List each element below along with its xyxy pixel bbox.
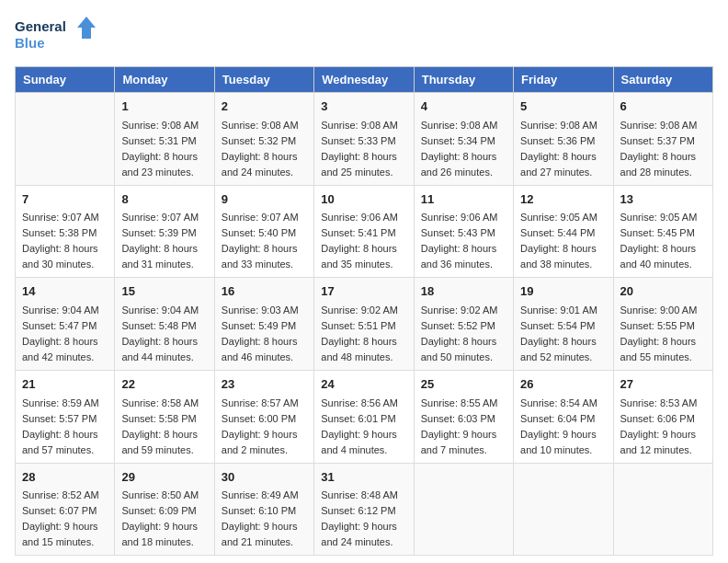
week-row-1: 7Sunrise: 9:07 AMSunset: 5:38 PMDaylight… — [16, 185, 713, 278]
header-cell-friday: Friday — [514, 67, 613, 93]
day-info: Sunrise: 8:48 AMSunset: 6:12 PMDaylight:… — [321, 488, 406, 550]
calendar-cell: 26Sunrise: 8:54 AMSunset: 6:04 PMDayligh… — [514, 371, 613, 464]
day-info: Sunrise: 9:06 AMSunset: 5:41 PMDaylight:… — [321, 210, 406, 272]
day-number: 20 — [620, 282, 706, 301]
calendar-cell: 27Sunrise: 8:53 AMSunset: 6:06 PMDayligh… — [613, 371, 712, 464]
day-info: Sunrise: 8:53 AMSunset: 6:06 PMDaylight:… — [620, 396, 706, 458]
day-number: 2 — [222, 98, 307, 116]
calendar-cell: 31Sunrise: 8:48 AMSunset: 6:12 PMDayligh… — [314, 463, 414, 556]
day-info: Sunrise: 9:04 AMSunset: 5:47 PMDaylight:… — [22, 303, 108, 365]
day-info: Sunrise: 9:04 AMSunset: 5:48 PMDaylight:… — [121, 303, 207, 365]
day-info: Sunrise: 8:59 AMSunset: 5:57 PMDaylight:… — [22, 396, 108, 458]
day-info: Sunrise: 9:08 AMSunset: 5:36 PMDaylight:… — [520, 118, 606, 180]
day-number: 19 — [520, 282, 606, 301]
day-info: Sunrise: 9:00 AMSunset: 5:55 PMDaylight:… — [620, 303, 706, 365]
day-number: 23 — [222, 375, 307, 394]
calendar-cell: 22Sunrise: 8:58 AMSunset: 5:58 PMDayligh… — [115, 371, 214, 464]
week-row-4: 28Sunrise: 8:52 AMSunset: 6:07 PMDayligh… — [16, 463, 713, 556]
week-row-0: 1Sunrise: 9:08 AMSunset: 5:31 PMDaylight… — [16, 93, 713, 186]
day-number: 7 — [22, 190, 108, 209]
calendar-cell — [613, 463, 712, 556]
header-cell-saturday: Saturday — [613, 67, 712, 93]
calendar-cell: 19Sunrise: 9:01 AMSunset: 5:54 PMDayligh… — [514, 278, 613, 371]
day-number: 16 — [222, 282, 307, 301]
calendar-cell: 14Sunrise: 9:04 AMSunset: 5:47 PMDayligh… — [16, 278, 115, 371]
day-info: Sunrise: 8:57 AMSunset: 6:00 PMDaylight:… — [222, 396, 307, 458]
day-info: Sunrise: 9:02 AMSunset: 5:52 PMDaylight:… — [421, 303, 506, 365]
day-info: Sunrise: 8:56 AMSunset: 6:01 PMDaylight:… — [321, 396, 406, 458]
calendar-cell: 23Sunrise: 8:57 AMSunset: 6:00 PMDayligh… — [214, 371, 313, 464]
header-cell-sunday: Sunday — [16, 67, 115, 93]
calendar-cell: 1Sunrise: 9:08 AMSunset: 5:31 PMDaylight… — [115, 93, 214, 186]
calendar-cell: 3Sunrise: 9:08 AMSunset: 5:33 PMDaylight… — [314, 93, 414, 186]
header-cell-thursday: Thursday — [414, 67, 513, 93]
day-info: Sunrise: 9:08 AMSunset: 5:31 PMDaylight:… — [121, 118, 207, 180]
svg-text:Blue: Blue — [15, 35, 45, 51]
day-number: 13 — [620, 190, 706, 209]
day-info: Sunrise: 8:49 AMSunset: 6:10 PMDaylight:… — [222, 488, 307, 550]
calendar-cell: 24Sunrise: 8:56 AMSunset: 6:01 PMDayligh… — [314, 371, 414, 464]
day-number: 27 — [620, 375, 706, 394]
day-number: 24 — [321, 375, 406, 394]
day-info: Sunrise: 9:07 AMSunset: 5:39 PMDaylight:… — [121, 210, 207, 272]
page-header: General Blue — [15, 15, 713, 55]
day-number: 4 — [421, 98, 506, 116]
day-number: 1 — [121, 98, 207, 116]
day-info: Sunrise: 9:07 AMSunset: 5:38 PMDaylight:… — [22, 210, 108, 272]
day-number: 10 — [321, 190, 406, 209]
day-number: 11 — [421, 190, 506, 209]
day-info: Sunrise: 9:08 AMSunset: 5:33 PMDaylight:… — [321, 118, 406, 180]
svg-marker-2 — [77, 17, 96, 39]
calendar-cell: 12Sunrise: 9:05 AMSunset: 5:44 PMDayligh… — [514, 185, 613, 278]
day-number: 22 — [121, 375, 207, 394]
day-number: 21 — [22, 375, 108, 394]
day-info: Sunrise: 8:54 AMSunset: 6:04 PMDaylight:… — [520, 396, 606, 458]
calendar-cell — [414, 463, 513, 556]
calendar-cell: 18Sunrise: 9:02 AMSunset: 5:52 PMDayligh… — [414, 278, 513, 371]
calendar-cell: 29Sunrise: 8:50 AMSunset: 6:09 PMDayligh… — [115, 463, 214, 556]
day-info: Sunrise: 9:07 AMSunset: 5:40 PMDaylight:… — [222, 210, 307, 272]
calendar-cell: 20Sunrise: 9:00 AMSunset: 5:55 PMDayligh… — [613, 278, 712, 371]
calendar-cell: 13Sunrise: 9:05 AMSunset: 5:45 PMDayligh… — [613, 185, 712, 278]
calendar-table: SundayMondayTuesdayWednesdayThursdayFrid… — [15, 66, 713, 556]
day-number: 28 — [22, 468, 108, 487]
day-number: 5 — [520, 98, 606, 116]
svg-text:General: General — [15, 18, 66, 34]
calendar-cell — [16, 93, 115, 186]
calendar-cell: 17Sunrise: 9:02 AMSunset: 5:51 PMDayligh… — [314, 278, 414, 371]
week-row-2: 14Sunrise: 9:04 AMSunset: 5:47 PMDayligh… — [16, 278, 713, 371]
day-info: Sunrise: 9:08 AMSunset: 5:32 PMDaylight:… — [222, 118, 307, 180]
day-info: Sunrise: 9:06 AMSunset: 5:43 PMDaylight:… — [421, 210, 506, 272]
day-info: Sunrise: 9:05 AMSunset: 5:45 PMDaylight:… — [620, 210, 706, 272]
day-info: Sunrise: 9:02 AMSunset: 5:51 PMDaylight:… — [321, 303, 406, 365]
calendar-cell: 9Sunrise: 9:07 AMSunset: 5:40 PMDaylight… — [214, 185, 313, 278]
calendar-cell: 21Sunrise: 8:59 AMSunset: 5:57 PMDayligh… — [16, 371, 115, 464]
day-number: 29 — [121, 468, 207, 487]
header-row: SundayMondayTuesdayWednesdayThursdayFrid… — [16, 67, 713, 93]
day-info: Sunrise: 9:08 AMSunset: 5:37 PMDaylight:… — [620, 118, 706, 180]
calendar-cell — [514, 463, 613, 556]
calendar-cell: 16Sunrise: 9:03 AMSunset: 5:49 PMDayligh… — [214, 278, 313, 371]
header-cell-wednesday: Wednesday — [314, 67, 414, 93]
day-number: 18 — [421, 282, 506, 301]
day-info: Sunrise: 8:55 AMSunset: 6:03 PMDaylight:… — [421, 396, 506, 458]
day-info: Sunrise: 8:58 AMSunset: 5:58 PMDaylight:… — [121, 396, 207, 458]
calendar-cell: 28Sunrise: 8:52 AMSunset: 6:07 PMDayligh… — [16, 463, 115, 556]
day-info: Sunrise: 9:03 AMSunset: 5:49 PMDaylight:… — [222, 303, 307, 365]
day-number: 12 — [520, 190, 606, 209]
calendar-cell: 5Sunrise: 9:08 AMSunset: 5:36 PMDaylight… — [514, 93, 613, 186]
calendar-cell: 10Sunrise: 9:06 AMSunset: 5:41 PMDayligh… — [314, 185, 414, 278]
calendar-cell: 11Sunrise: 9:06 AMSunset: 5:43 PMDayligh… — [414, 185, 513, 278]
calendar-cell: 2Sunrise: 9:08 AMSunset: 5:32 PMDaylight… — [214, 93, 313, 186]
logo: General Blue — [15, 15, 97, 55]
header-cell-monday: Monday — [115, 67, 214, 93]
day-info: Sunrise: 8:50 AMSunset: 6:09 PMDaylight:… — [121, 488, 207, 550]
day-number: 8 — [121, 190, 207, 209]
day-number: 31 — [321, 468, 406, 487]
day-number: 14 — [22, 282, 108, 301]
logo-svg: General Blue — [15, 15, 97, 55]
calendar-cell: 30Sunrise: 8:49 AMSunset: 6:10 PMDayligh… — [214, 463, 313, 556]
day-number: 9 — [222, 190, 307, 209]
day-info: Sunrise: 9:05 AMSunset: 5:44 PMDaylight:… — [520, 210, 606, 272]
calendar-cell: 4Sunrise: 9:08 AMSunset: 5:34 PMDaylight… — [414, 93, 513, 186]
